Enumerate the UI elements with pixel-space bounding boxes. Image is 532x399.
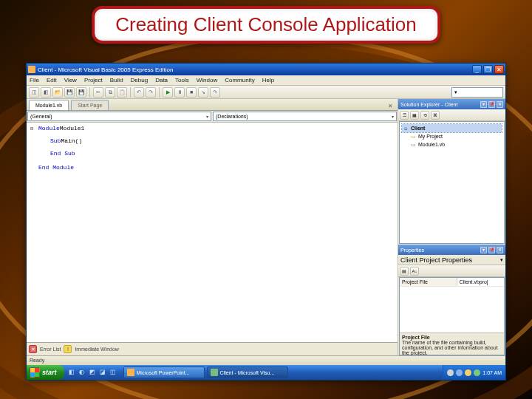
quick-launch-icon[interactable]: ◪ (98, 367, 107, 378)
tree-item-myproject[interactable]: ▭ My Project (402, 132, 502, 140)
property-row[interactable]: Project File Client.vbproj (400, 278, 504, 287)
configuration-dropdown[interactable]: ▾ (451, 87, 503, 98)
quick-launch-icon[interactable]: ◧ (67, 367, 76, 378)
outline-collapse-icon[interactable]: ⊟ (28, 126, 35, 132)
property-key: Project File (400, 278, 457, 286)
taskbar-button-visualstudio[interactable]: Client - Microsoft Visu... (207, 366, 288, 378)
step-into-button[interactable]: ↘ (198, 87, 208, 98)
vs2005-window: Client - Microsoft Visual Basic 2005 Exp… (26, 63, 506, 381)
start-debugging-button[interactable]: ▶ (163, 87, 173, 98)
pin-icon[interactable]: 📌 (488, 247, 495, 253)
pause-button[interactable]: ⏸ (174, 87, 185, 98)
cut-button[interactable]: ✂ (93, 87, 103, 98)
vb-project-icon: ⧈ (402, 125, 409, 132)
menu-debug[interactable]: Debug (131, 77, 149, 83)
taskbar-button-label: Client - Microsoft Visu... (220, 370, 275, 375)
menu-project[interactable]: Project (84, 77, 103, 83)
view-code-button[interactable]: ⌘ (431, 111, 440, 120)
immediate-window-icon: ! (64, 345, 72, 353)
menu-data[interactable]: Data (155, 77, 168, 83)
refresh-button[interactable]: ⟲ (420, 111, 429, 120)
alphabetical-button[interactable]: A↓ (410, 267, 419, 276)
taskbar-button-powerpoint[interactable]: Microsoft PowerPoint... (123, 366, 205, 378)
quick-launch-icon[interactable]: ◩ (88, 367, 97, 378)
properties-grid[interactable]: Project File Client.vbproj Project File … (399, 277, 505, 355)
solution-tree[interactable]: ⧈ Client ▭ My Project ▭ Module1.vb (399, 121, 505, 244)
show-all-files-button[interactable]: ▦ (410, 111, 419, 120)
solution-explorer-toolbar: ☰ ▦ ⟲ ⌘ (398, 109, 505, 121)
property-desc-title: Project File (402, 335, 502, 340)
menu-edit[interactable]: Edit (47, 77, 57, 83)
redo-button[interactable]: ↷ (146, 87, 156, 98)
quick-launch-icon[interactable]: ◐ (78, 367, 86, 378)
code-keyword: End Module (38, 164, 74, 171)
dropdown-icon[interactable]: ▾ (480, 101, 487, 108)
solution-explorer-title[interactable]: Solution Explorer - Client ▾ 📌 ✕ (398, 99, 505, 109)
folder-icon: ▭ (409, 133, 417, 140)
properties-label: Properties (400, 248, 424, 253)
properties-button[interactable]: ☰ (400, 111, 409, 120)
tray-icon[interactable] (447, 369, 454, 376)
close-button[interactable]: ✕ (494, 65, 504, 74)
save-all-button[interactable]: 💾 (76, 87, 86, 98)
properties-object-selector[interactable]: Client Project Properties ▾ (398, 255, 505, 265)
tray-icon[interactable] (465, 369, 471, 376)
scope-selector-object[interactable]: (General) (27, 112, 211, 121)
solution-explorer-label: Solution Explorer - Client (400, 102, 457, 107)
tray-icon[interactable] (474, 369, 480, 376)
tree-item-label: Client (411, 126, 425, 131)
categorized-button[interactable]: ▤ (400, 267, 409, 276)
code-text: Module1 (60, 125, 85, 132)
properties-title[interactable]: Properties ▾ 📌 ✕ (398, 245, 505, 255)
tree-root-project[interactable]: ⧈ Client (402, 124, 502, 132)
menu-view[interactable]: View (64, 77, 77, 83)
stop-button[interactable]: ■ (186, 87, 197, 98)
error-list-tab[interactable]: Error List (40, 347, 61, 352)
properties-object-label: Client Project Properties (400, 256, 472, 264)
code-editor[interactable]: ⊟ Module Module1 Sub Main() End Sub End … (27, 123, 398, 342)
tab-module1[interactable]: Module1.vb (29, 100, 69, 110)
code-keyword: End Sub (50, 150, 75, 157)
open-file-button[interactable]: 📂 (52, 87, 63, 98)
quick-launch-icon[interactable]: ◫ (109, 367, 117, 378)
close-panel-button[interactable]: ✕ (497, 101, 503, 108)
maximize-button[interactable]: ❐ (483, 65, 493, 74)
undo-button[interactable]: ↶ (134, 87, 144, 98)
dropdown-icon[interactable]: ▾ (480, 247, 487, 253)
window-titlebar[interactable]: Client - Microsoft Visual Basic 2005 Exp… (27, 64, 505, 75)
visual-studio-icon (211, 369, 218, 376)
save-button[interactable]: 💾 (64, 87, 75, 98)
tray-icon[interactable] (456, 369, 463, 376)
scope-selector-method[interactable]: (Declarations) (213, 112, 397, 121)
tree-item-label: Module1.vb (418, 142, 445, 147)
pin-icon[interactable]: 📌 (488, 101, 495, 108)
tree-item-module1[interactable]: ▭ Module1.vb (402, 140, 502, 149)
property-value: Client.vbproj (457, 278, 504, 286)
paste-button[interactable]: 📋 (117, 87, 127, 98)
vb-file-icon: ▭ (409, 141, 417, 148)
toolbar-separator (89, 87, 90, 98)
immediate-window-tab[interactable]: Immediate Window (75, 347, 119, 352)
menu-help[interactable]: Help (262, 77, 274, 83)
start-button[interactable]: start (27, 365, 64, 380)
code-text: Main() (61, 137, 82, 144)
copy-button[interactable]: ⧉ (105, 87, 115, 98)
tab-close-button[interactable]: ✕ (386, 103, 394, 110)
clock[interactable]: 1:07 AM (482, 370, 502, 375)
menu-window[interactable]: Window (197, 77, 217, 83)
step-over-button[interactable]: ↷ (210, 87, 220, 98)
standard-toolbar: ◫ ◧ 📂 💾 💾 ✂ ⧉ 📋 ↶ ↷ ▶ ⏸ ■ ↘ ↷ ▾ (27, 86, 505, 99)
system-tray[interactable]: 1:07 AM (443, 365, 505, 380)
close-panel-button[interactable]: ✕ (497, 247, 503, 253)
minimize-button[interactable]: _ (472, 65, 482, 74)
menu-build[interactable]: Build (110, 77, 123, 83)
property-description: Project File The name of the file contai… (400, 332, 504, 355)
menu-community[interactable]: Community (225, 77, 254, 83)
new-project-button[interactable]: ◫ (29, 87, 39, 98)
powerpoint-icon (127, 369, 134, 376)
tree-item-label: My Project (418, 134, 443, 139)
menu-file[interactable]: File (30, 77, 39, 83)
menu-tools[interactable]: Tools (175, 77, 189, 83)
tab-start-page[interactable]: Start Page (71, 100, 109, 110)
add-item-button[interactable]: ◧ (41, 87, 51, 98)
